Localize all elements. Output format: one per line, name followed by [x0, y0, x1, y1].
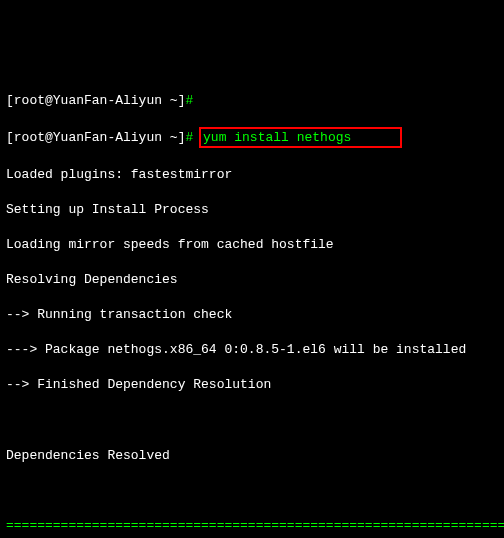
blank-line [6, 412, 498, 430]
prompt-line-1: [root@YuanFan-Aliyun ~]# [6, 92, 498, 110]
output-line: Loading mirror speeds from cached hostfi… [6, 236, 498, 254]
prompt-line-2: [root@YuanFan-Aliyun ~]# yum install net… [6, 127, 498, 149]
separator: ========================================… [6, 517, 498, 535]
prompt-user-host: [root@YuanFan-Aliyun ~] [6, 93, 185, 108]
output-line: Resolving Dependencies [6, 271, 498, 289]
prompt-user-host: [root@YuanFan-Aliyun ~] [6, 130, 185, 145]
output-line: Dependencies Resolved [6, 447, 498, 465]
terminal[interactable]: [root@YuanFan-Aliyun ~]# [root@YuanFan-A… [6, 74, 498, 538]
output-line: Setting up Install Process [6, 201, 498, 219]
output-line: --> Finished Dependency Resolution [6, 376, 498, 394]
command-text: yum install nethogs [203, 130, 351, 145]
command-highlight: yum install nethogs [199, 127, 402, 149]
output-line: ---> Package nethogs.x86_64 0:0.8.5-1.el… [6, 341, 498, 359]
blank-line [6, 482, 498, 500]
output-line: --> Running transaction check [6, 306, 498, 324]
output-line: Loaded plugins: fastestmirror [6, 166, 498, 184]
